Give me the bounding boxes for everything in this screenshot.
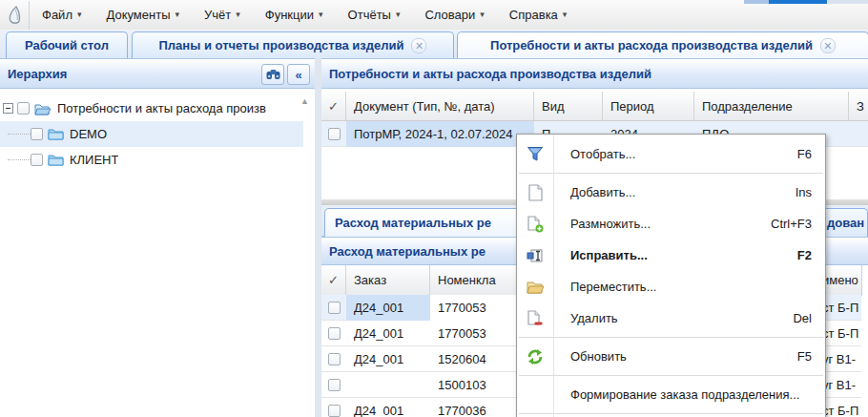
menu-separator bbox=[519, 413, 823, 414]
column-header-check[interactable]: ✓ bbox=[321, 265, 346, 295]
document-cell[interactable]: ПотрМР, 2024-1, 02.07.2024 bbox=[346, 121, 534, 147]
column-header-z[interactable]: З bbox=[849, 92, 868, 121]
order-cell[interactable]: Д24_001 bbox=[346, 295, 430, 321]
column-header-document[interactable]: Документ (Тип, №, дата) bbox=[346, 92, 534, 121]
new-document-icon bbox=[528, 184, 543, 201]
menu-dictionaries[interactable]: Словари ▾ bbox=[412, 0, 496, 30]
tree-row-demo[interactable]: DEMO bbox=[0, 121, 303, 147]
delete-document-icon bbox=[527, 310, 544, 327]
menu-file-label: Файл bbox=[42, 8, 72, 22]
filter-icon bbox=[527, 146, 544, 162]
shell-logo-icon bbox=[7, 6, 22, 25]
tree-connector bbox=[8, 159, 31, 160]
tree-connector bbox=[8, 134, 31, 135]
column-header-period[interactable]: Период bbox=[603, 92, 694, 121]
menu-reports-label: Отчёты bbox=[348, 8, 391, 22]
collapse-icon: « bbox=[295, 69, 301, 81]
column-header-check[interactable]: ✓ bbox=[321, 92, 346, 121]
hierarchy-panel: Иерархия « bbox=[0, 58, 315, 417]
row-checkbox[interactable] bbox=[328, 128, 341, 140]
collapse-node-icon[interactable] bbox=[3, 103, 13, 114]
folder-icon bbox=[48, 154, 64, 166]
binoculars-icon bbox=[266, 69, 280, 80]
tab-desktop[interactable]: Рабочий стол bbox=[6, 31, 128, 58]
tree-demo-checkbox[interactable] bbox=[31, 128, 43, 140]
tab-needs-acts-label: Потребности и акты расхода производства … bbox=[490, 38, 813, 52]
folder-icon bbox=[48, 128, 64, 140]
menu-documents-label: Документы bbox=[107, 8, 171, 22]
chevron-down-icon: ▾ bbox=[77, 10, 82, 19]
close-icon[interactable]: ✕ bbox=[411, 38, 426, 53]
application-window: Файл ▾ Документы ▾ Учёт ▾ Функции ▾ Отчё… bbox=[0, 0, 868, 417]
column-header-order[interactable]: Заказ bbox=[346, 265, 430, 295]
vertical-splitter[interactable] bbox=[315, 58, 321, 417]
chevron-down-icon: ▾ bbox=[480, 10, 485, 19]
menu-separator bbox=[519, 173, 823, 174]
refresh-icon bbox=[527, 348, 544, 365]
hierarchy-tree: Потребности и акты расхода произв DEMO bbox=[0, 89, 315, 417]
tree-row-klient[interactable]: КЛИЕНТ bbox=[0, 147, 303, 173]
chevron-down-icon: ▾ bbox=[236, 10, 240, 19]
row-checkbox[interactable] bbox=[328, 379, 341, 391]
row-checkbox[interactable] bbox=[328, 302, 341, 314]
chevron-down-icon: ▾ bbox=[319, 10, 323, 19]
tree-root-label: Потребности и акты расхода произв bbox=[57, 101, 266, 115]
menu-dictionaries-label: Словари bbox=[424, 8, 475, 22]
tree-demo-label: DEMO bbox=[70, 127, 107, 141]
tab-plans-reports-label: Планы и отчеты производства изделий bbox=[159, 38, 404, 52]
menu-item-delete[interactable]: Удалить Del bbox=[517, 302, 825, 334]
menu-separator bbox=[519, 375, 823, 376]
menu-item-add[interactable]: Добавить... Ins bbox=[517, 177, 825, 208]
menu-item-edit[interactable]: Исправить... F2 bbox=[517, 240, 825, 271]
menu-item-duplicate[interactable]: Размножить... Ctrl+F3 bbox=[517, 208, 825, 240]
tab-desktop-label: Рабочий стол bbox=[25, 38, 109, 52]
tree-row-root[interactable]: Потребности и акты расхода произв bbox=[0, 95, 303, 121]
top-edge-decoration bbox=[744, 0, 868, 4]
menu-help[interactable]: Справка ▾ bbox=[497, 0, 580, 30]
close-icon[interactable]: ✕ bbox=[820, 38, 836, 53]
menu-file[interactable]: Файл ▾ bbox=[30, 0, 94, 30]
menu-reports[interactable]: Отчёты ▾ bbox=[336, 0, 413, 30]
menu-accounting[interactable]: Учёт ▾ bbox=[192, 0, 253, 30]
menu-item-form-order[interactable]: Формирование заказа подразделения... bbox=[517, 379, 825, 410]
order-cell[interactable]: Д24_001 bbox=[346, 346, 430, 372]
check-icon: ✓ bbox=[328, 99, 339, 114]
row-check-cell[interactable] bbox=[321, 121, 346, 147]
app-logo bbox=[0, 1, 30, 30]
row-checkbox[interactable] bbox=[328, 327, 341, 340]
menu-functions[interactable]: Функции ▾ bbox=[253, 0, 336, 30]
rename-icon bbox=[527, 248, 544, 263]
menu-item-move[interactable]: Переместить... bbox=[517, 271, 825, 302]
order-cell[interactable] bbox=[346, 372, 430, 398]
menu-help-label: Справка bbox=[509, 8, 558, 22]
row-checkbox[interactable] bbox=[328, 353, 341, 365]
menu-functions-label: Функции bbox=[265, 8, 314, 22]
chevron-down-icon: ▾ bbox=[563, 10, 568, 19]
row-checkbox[interactable] bbox=[328, 405, 341, 417]
tab-plans-reports[interactable]: Планы и отчеты производства изделий ✕ bbox=[132, 31, 454, 58]
folder-open-icon bbox=[34, 102, 52, 115]
tab-needs-acts[interactable]: Потребности и акты расхода производства … bbox=[457, 31, 868, 58]
search-button[interactable] bbox=[261, 64, 284, 85]
tree-klient-checkbox[interactable] bbox=[31, 154, 43, 166]
chevron-down-icon: ▾ bbox=[176, 10, 180, 19]
column-header-division[interactable]: Подразделение bbox=[694, 92, 849, 121]
order-cell[interactable]: Д24_001 bbox=[346, 398, 430, 417]
tree-root-checkbox[interactable] bbox=[17, 102, 30, 115]
context-menu: Отобрать... F6 Добавить... Ins bbox=[516, 134, 826, 417]
duplicate-document-icon bbox=[527, 216, 544, 233]
collapse-panel-button[interactable]: « bbox=[287, 64, 310, 85]
hierarchy-title: Иерархия bbox=[8, 67, 67, 81]
menu-documents[interactable]: Документы ▾ bbox=[94, 0, 193, 30]
menu-item-refresh[interactable]: Обновить F5 bbox=[517, 341, 825, 372]
move-folder-icon bbox=[527, 280, 544, 294]
menu-separator bbox=[519, 337, 823, 338]
scrollbar-up-icon[interactable]: ▲ bbox=[300, 96, 309, 106]
column-header-vid[interactable]: Вид bbox=[534, 92, 603, 121]
materials-panel-title: Расход материальных ре bbox=[329, 244, 486, 259]
check-icon: ✓ bbox=[328, 273, 339, 287]
menu-accounting-label: Учёт bbox=[204, 8, 231, 22]
chevron-down-icon: ▾ bbox=[396, 10, 401, 19]
menu-item-select[interactable]: Отобрать... F6 bbox=[517, 138, 825, 170]
order-cell[interactable]: Д24_001 bbox=[346, 321, 430, 346]
